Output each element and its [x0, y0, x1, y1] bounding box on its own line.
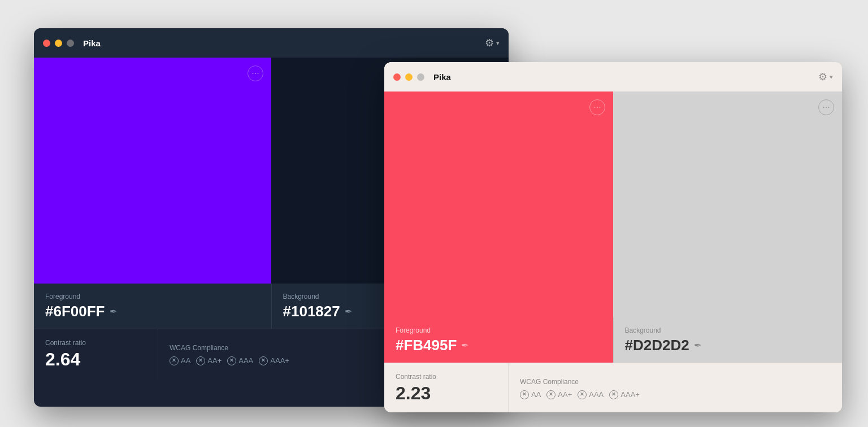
chevron-down-icon-dark: ▾ — [496, 40, 500, 47]
fg-value-row-dark: #6F00FF ✒ — [45, 303, 260, 320]
fg-color-info-light: Foreground #FB495F ✒ — [384, 317, 613, 363]
foreground-swatch-dark[interactable]: ··· — [34, 58, 271, 284]
wcag-badges-light: ✕ AA ✕ AA+ ✕ AAA ✕ AAA+ — [520, 390, 831, 399]
contrast-ratio-light: Contrast ratio 2.23 — [384, 363, 509, 412]
foreground-swatch-light[interactable]: ··· — [384, 91, 613, 317]
wcag-aa-x-light: ✕ — [520, 390, 529, 399]
bg-eyedropper-dark[interactable]: ✒ — [345, 306, 352, 317]
fg-eyedropper-light[interactable]: ✒ — [461, 340, 468, 351]
bg-eyedropper-light[interactable]: ✒ — [694, 340, 701, 351]
wcag-aa-x-dark: ✕ — [170, 356, 179, 365]
fg-eyedropper-dark[interactable]: ✒ — [110, 306, 117, 317]
bg-hex-dark: #101827 — [283, 303, 340, 320]
bg-value-row-light: #D2D2D2 ✒ — [625, 337, 831, 354]
wcag-label-light: WCAG Compliance — [520, 378, 831, 386]
bg-hex-light: #D2D2D2 — [625, 337, 689, 354]
gear-icon-light: ⚙ — [818, 71, 827, 83]
traffic-lights-light — [393, 73, 424, 81]
swatches-row-light: ··· ··· — [384, 91, 842, 317]
stats-row-light: Contrast ratio 2.23 WCAG Compliance ✕ AA… — [384, 363, 842, 412]
background-swatch-light[interactable]: ··· — [613, 91, 842, 317]
light-window: Pika ⚙ ▾ ··· ··· Foreground #FB495F ✒ Ba… — [384, 62, 842, 412]
fg-label-dark: Foreground — [45, 293, 260, 300]
fg-hex-light: #FB495F — [396, 337, 457, 354]
wcag-aa-plus-light: ✕ AA+ — [546, 390, 572, 399]
chevron-down-icon-light: ▾ — [830, 73, 833, 81]
fg-hex-dark: #6F00FF — [45, 303, 105, 320]
wcag-aaa-plus-x-light: ✕ — [609, 390, 618, 399]
wcag-aa-plus-x-light: ✕ — [546, 390, 555, 399]
fg-label-light: Foreground — [396, 326, 602, 334]
wcag-aa-dark: ✕ AA — [170, 356, 190, 365]
fg-more-button-light[interactable]: ··· — [589, 99, 605, 115]
contrast-label-dark: Contrast ratio — [45, 339, 146, 347]
wcag-aaa-x-dark: ✕ — [227, 356, 236, 365]
contrast-ratio-dark: Contrast ratio 2.64 — [34, 329, 158, 380]
minimize-button-dark[interactable] — [55, 40, 62, 47]
gear-menu-light[interactable]: ⚙ ▾ — [818, 71, 833, 83]
wcag-aa-light: ✕ AA — [520, 390, 541, 399]
wcag-aaa-light: ✕ AAA — [578, 390, 604, 399]
contrast-value-light: 2.23 — [396, 383, 497, 404]
close-button-dark[interactable] — [43, 40, 50, 47]
maximize-button-dark[interactable] — [67, 40, 74, 47]
fg-more-button-dark[interactable]: ··· — [248, 66, 263, 81]
gear-menu-dark[interactable]: ⚙ ▾ — [485, 37, 500, 49]
fg-color-info-dark: Foreground #6F00FF ✒ — [34, 284, 271, 329]
wcag-aa-plus-x-dark: ✕ — [196, 356, 205, 365]
close-button-light[interactable] — [393, 73, 401, 81]
wcag-aaa-plus-dark: ✕ AAA+ — [259, 356, 289, 365]
wcag-aaa-dark: ✕ AAA — [227, 356, 253, 365]
contrast-value-dark: 2.64 — [45, 349, 146, 370]
minimize-button-light[interactable] — [405, 73, 413, 81]
bg-more-button-light[interactable]: ··· — [818, 99, 834, 115]
contrast-label-light: Contrast ratio — [396, 373, 497, 381]
wcag-aaa-plus-x-dark: ✕ — [259, 356, 268, 365]
app-title-light: Pika — [433, 72, 451, 82]
wcag-aaa-plus-light: ✕ AAA+ — [609, 390, 640, 399]
traffic-lights-dark — [43, 40, 74, 47]
color-info-row-light: Foreground #FB495F ✒ Background #D2D2D2 … — [384, 317, 842, 363]
bg-label-light: Background — [625, 326, 831, 334]
wcag-aa-plus-dark: ✕ AA+ — [196, 356, 222, 365]
fg-value-row-light: #FB495F ✒ — [396, 337, 602, 354]
app-title-dark: Pika — [83, 38, 101, 48]
wcag-light: WCAG Compliance ✕ AA ✕ AA+ ✕ AAA ✕ AAA+ — [509, 363, 842, 412]
bg-color-info-light: Background #D2D2D2 ✒ — [613, 317, 843, 363]
titlebar-dark: Pika ⚙ ▾ — [34, 28, 509, 58]
titlebar-light: Pika ⚙ ▾ — [384, 62, 842, 91]
gear-icon-dark: ⚙ — [485, 37, 494, 49]
maximize-button-light[interactable] — [417, 73, 424, 81]
wcag-aaa-x-light: ✕ — [578, 390, 587, 399]
